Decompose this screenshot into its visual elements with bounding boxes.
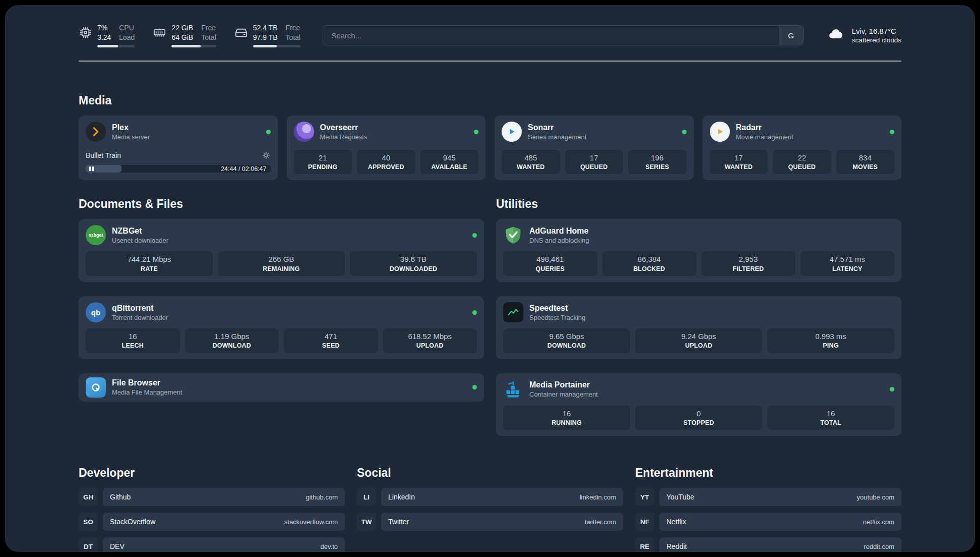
bookmark-reddit[interactable]: RE Reddit reddit.com: [635, 537, 901, 552]
bookmark-name: DEV: [110, 542, 125, 550]
weather-condition: scattered clouds: [852, 36, 901, 44]
stat-label: AVAILABLE: [422, 163, 477, 171]
bookmark-url: netflix.com: [863, 518, 894, 526]
bookmark-url: stackoverflow.com: [284, 518, 338, 526]
stat-value: 16: [505, 409, 628, 418]
bookmark-netflix[interactable]: NF Netflix netflix.com: [635, 513, 901, 531]
bookmark-youtube[interactable]: YT YouTube youtube.com: [635, 488, 901, 506]
bookmark-abbr: LI: [357, 488, 376, 506]
developer-section-title: Developer: [79, 466, 345, 480]
ram-icon: [153, 26, 166, 39]
app-subtitle: Media server: [112, 133, 150, 141]
speedtest-icon: [503, 302, 523, 322]
filebrowser-icon: [86, 377, 106, 398]
status-dot: [474, 130, 478, 134]
bookmark-twitter[interactable]: TW Twitter twitter.com: [357, 513, 623, 531]
nzbget-icon-text: nzbget: [89, 233, 103, 238]
stat-box: 47.571 ms LATENCY: [801, 251, 895, 276]
dashboard-content: 7% 3.24 CPU Load: [79, 5, 901, 552]
disk-metric: 52.4 TB 97.9 TB Free Total: [234, 23, 300, 47]
media-grid: Plex Media server Bullet Train: [79, 116, 901, 180]
settings-gear-icon[interactable]: [262, 151, 271, 160]
bookmark-github[interactable]: GH Github github.com: [79, 488, 345, 506]
plex-card[interactable]: Plex Media server Bullet Train: [79, 116, 278, 180]
stat-label: DOWNLOADED: [352, 265, 475, 272]
stat-box: 196 SERIES: [628, 150, 687, 175]
stat-box: 16 TOTAL: [767, 406, 894, 430]
now-playing-widget: Bullet Train 24:44 / 02:06:47: [86, 147, 271, 174]
bookmark-url: github.com: [305, 493, 338, 501]
bookmark-url: youtube.com: [857, 493, 894, 501]
bookmark-abbr: TW: [357, 513, 376, 531]
track-title: Bullet Train: [86, 151, 121, 159]
sonarr-card[interactable]: Sonarr Series management 485 WANTED 17 Q…: [495, 116, 694, 180]
stat-value: 40: [359, 153, 413, 162]
speedtest-card[interactable]: Speedtest Speedtest Tracking 9.65 Gbps D…: [496, 296, 901, 359]
stat-box: 945 AVAILABLE: [420, 150, 479, 175]
stat-label: LATENCY: [803, 265, 893, 272]
app-name: Speedtest: [529, 304, 585, 313]
pause-icon[interactable]: [89, 166, 94, 171]
app-name: File Browser: [112, 378, 182, 387]
stat-box: 744.21 Mbps RATE: [86, 251, 213, 276]
stat-label: STOPPED: [637, 419, 760, 426]
bookmark-abbr: SO: [79, 513, 98, 531]
stat-box: 0.993 ms PING: [767, 328, 894, 353]
qbittorrent-card[interactable]: qb qBittorrent Torrent downloader 16 LEE…: [79, 296, 484, 359]
disk-free-label: Free: [286, 23, 301, 32]
adguard-icon: [503, 225, 523, 245]
bookmark-linkedin[interactable]: LI LinkedIn linkedin.com: [357, 488, 623, 506]
radarr-card[interactable]: Radarr Movie management 17 WANTED 22 QUE…: [703, 116, 902, 180]
cpu-icon: [79, 26, 92, 39]
ram-metric: 22 GiB 64 GiB Free Total: [153, 23, 216, 47]
portainer-icon: [503, 379, 523, 400]
stat-label: PING: [769, 342, 892, 349]
bookmark-stackoverflow[interactable]: SO StackOverflow stackoverflow.com: [79, 513, 345, 531]
bookmarks-area: Developer GH Github github.com SO StackO…: [79, 466, 901, 552]
stat-value: 16: [88, 332, 178, 341]
stat-box: 2,953 FILTERED: [701, 251, 795, 276]
stat-label: LEECH: [88, 342, 178, 349]
stat-value: 9.65 Gbps: [505, 332, 628, 341]
app-name: Overseerr: [320, 123, 368, 132]
stat-box: 618.52 Mbps UPLOAD: [383, 328, 477, 353]
stat-value: 618.52 Mbps: [385, 332, 475, 341]
stat-label: APPROVED: [359, 163, 413, 171]
playback-time: 24:44 / 02:06:47: [221, 165, 266, 173]
stat-box: 9.24 Gbps UPLOAD: [635, 328, 762, 353]
qbittorrent-icon-text: qb: [91, 308, 100, 317]
portainer-card[interactable]: Media Portainer Container management 16 …: [496, 373, 901, 436]
stat-label: DOWNLOAD: [187, 342, 277, 349]
search-input[interactable]: [323, 26, 779, 45]
stat-box: 22 QUEUED: [773, 150, 831, 175]
stat-box: 39.6 TB DOWNLOADED: [350, 251, 477, 276]
stat-box: 471 SEED: [284, 328, 378, 353]
app-name: qBittorrent: [112, 304, 168, 313]
search-engine-button[interactable]: G: [779, 26, 803, 45]
stat-label: SEED: [286, 342, 376, 349]
utilities-section-title: Utilities: [496, 197, 901, 211]
media-section-title: Media: [79, 94, 901, 107]
ram-usage-bar: [171, 45, 216, 47]
social-section: Social LI LinkedIn linkedin.com TW Twitt…: [357, 466, 623, 552]
cpu-load-label: Load: [119, 33, 135, 42]
stat-value: 498,461: [505, 255, 595, 263]
search-bar[interactable]: G: [323, 25, 804, 45]
bookmark-name: StackOverflow: [110, 518, 155, 526]
filebrowser-card[interactable]: File Browser Media File Management: [79, 373, 484, 402]
nzbget-card[interactable]: nzbget NZBGet Usenet downloader 744.21 M…: [79, 219, 484, 282]
stat-box: 16 RUNNING: [503, 406, 630, 430]
bookmark-dev[interactable]: DT DEV dev.to: [79, 537, 345, 552]
stat-value: 1.19 Gbps: [187, 332, 277, 341]
status-dot: [890, 387, 894, 392]
bookmark-abbr: GH: [79, 488, 98, 506]
stat-value: 16: [769, 409, 892, 418]
app-name: Plex: [112, 123, 150, 132]
app-subtitle: Movie management: [736, 133, 793, 141]
cpu-label: CPU: [119, 23, 135, 32]
cpu-metric: 7% 3.24 CPU Load: [79, 23, 135, 47]
overseerr-card[interactable]: Overseerr Media Requests 21 PENDING 40 A…: [287, 116, 486, 180]
overseerr-icon: [294, 122, 314, 142]
adguard-card[interactable]: AdGuard Home DNS and adblocking 498,461 …: [496, 219, 901, 282]
app-name: Media Portainer: [529, 380, 598, 389]
